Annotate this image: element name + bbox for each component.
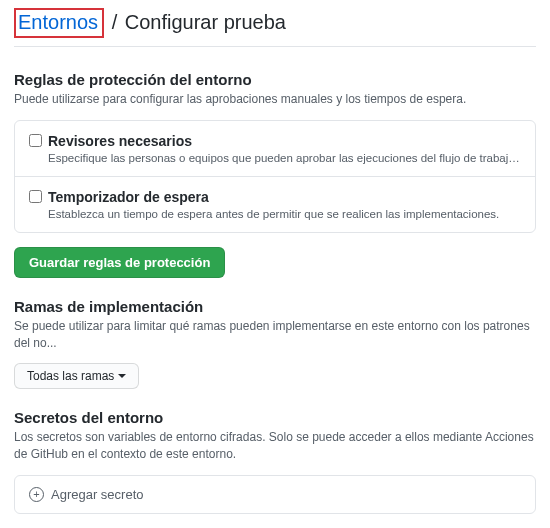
- branches-title: Ramas de implementación: [14, 298, 536, 315]
- rule-desc: Especifique las personas o equipos que p…: [48, 152, 521, 164]
- caret-down-icon: [118, 374, 126, 378]
- secrets-title: Secretos del entorno: [14, 409, 536, 426]
- branches-desc: Se puede utilizar para limitar qué ramas…: [14, 318, 536, 352]
- branches-dropdown[interactable]: Todas las ramas: [14, 363, 139, 389]
- add-secret-button[interactable]: + Agregar secreto: [14, 475, 536, 514]
- protection-section: Reglas de protección del entorno Puede u…: [14, 71, 536, 278]
- branches-dropdown-label: Todas las ramas: [27, 369, 114, 383]
- rule-label: Temporizador de espera: [48, 189, 209, 205]
- secrets-section: Secretos del entorno Los secretos son va…: [14, 409, 536, 514]
- rule-label: Revisores necesarios: [48, 133, 192, 149]
- breadcrumb-separator: /: [112, 11, 118, 33]
- rule-checkbox-reviewers[interactable]: [29, 134, 42, 147]
- add-secret-label: Agregar secreto: [51, 487, 144, 502]
- rule-desc: Establezca un tiempo de espera antes de …: [48, 208, 521, 220]
- protection-desc: Puede utilizarse para configurar las apr…: [14, 91, 536, 108]
- rule-checkbox-wait[interactable]: [29, 190, 42, 203]
- breadcrumb: Entornos / Configurar prueba: [14, 8, 536, 47]
- protection-rules-box: Revisores necesarios Especifique las per…: [14, 120, 536, 233]
- protection-title: Reglas de protección del entorno: [14, 71, 536, 88]
- highlight-box: Entornos: [14, 8, 104, 38]
- rule-required-reviewers: Revisores necesarios Especifique las per…: [15, 121, 535, 177]
- breadcrumb-current: Configurar prueba: [125, 11, 286, 33]
- secrets-desc: Los secretos son variables de entorno ci…: [14, 429, 536, 463]
- plus-circle-icon: +: [29, 487, 44, 502]
- breadcrumb-root-link[interactable]: Entornos: [18, 11, 98, 33]
- branches-section: Ramas de implementación Se puede utiliza…: [14, 298, 536, 390]
- rule-wait-timer: Temporizador de espera Establezca un tie…: [15, 177, 535, 232]
- save-protection-button[interactable]: Guardar reglas de protección: [14, 247, 225, 278]
